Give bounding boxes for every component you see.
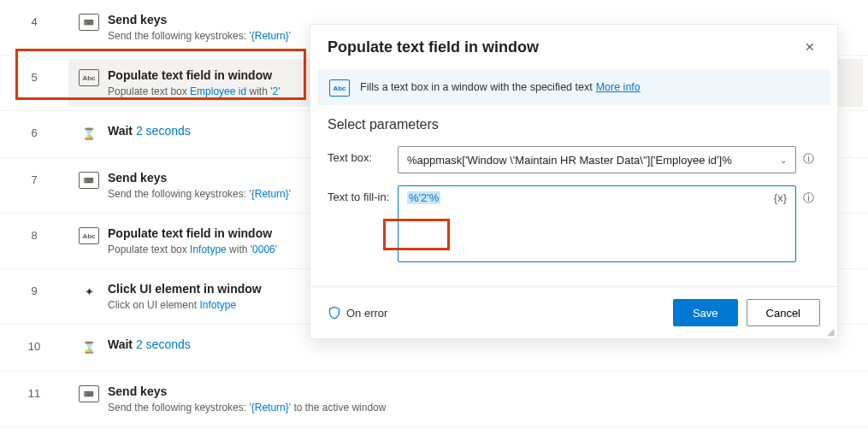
section-title: Select parameters (328, 117, 820, 132)
step-icon: ⌛ (79, 338, 99, 355)
resize-handle-icon[interactable]: ◢ (827, 328, 836, 337)
abc-icon: Abc (329, 79, 350, 97)
cancel-button[interactable]: Cancel (747, 299, 820, 326)
step-number: 4 (0, 0, 68, 28)
step-icon: Abc (79, 227, 99, 244)
dialog-footer: On error Save Cancel (310, 286, 837, 338)
textbox-selector-value: %appmask['Window \'Maintain HR Master Da… (407, 154, 775, 167)
step-number: 11 (0, 372, 68, 400)
on-error-button[interactable]: On error (328, 306, 664, 320)
action-properties-dialog: Populate text field in window ✕ Abc Fill… (310, 24, 838, 339)
step-number: 8 (0, 214, 68, 242)
dialog-title: Populate text field in window (328, 38, 539, 56)
close-icon[interactable]: ✕ (800, 37, 820, 57)
step-title: Send keys (108, 384, 853, 399)
step-icon: ✦ (79, 283, 99, 300)
more-info-link[interactable]: More info (596, 81, 641, 93)
shield-icon (328, 306, 341, 320)
chevron-down-icon: ⌄ (780, 155, 787, 165)
param-text-row: Text to fill-in: %'2'% {x} ⓘ (328, 185, 820, 262)
step-icon: ⌨ (79, 172, 99, 189)
step-number: 5 (0, 56, 68, 84)
variable-picker-icon[interactable]: {x} (774, 191, 787, 204)
step-icon: ⌨ (79, 14, 99, 31)
step-icon: ⌛ (79, 125, 99, 142)
parameters-section: Select parameters Text box: %appmask['Wi… (310, 105, 837, 286)
dialog-header: Populate text field in window ✕ (310, 25, 837, 69)
param-textbox-row: Text box: %appmask['Window \'Maintain HR… (328, 146, 820, 173)
text-to-fill-input[interactable]: %'2'% {x} (398, 185, 796, 262)
flow-step[interactable]: 12AbcPopulate text field in windowPopula… (0, 427, 868, 434)
step-body: AbcPopulate text field in windowPopulate… (68, 431, 863, 434)
param-label-text: Text to fill-in: (328, 185, 398, 203)
step-number: 6 (0, 111, 68, 139)
step-icon: Abc (79, 69, 99, 86)
save-button[interactable]: Save (673, 299, 738, 326)
step-body: ⌨Send keysSend the following keystrokes:… (68, 375, 863, 423)
step-subtitle: Send the following keystrokes: '{Return}… (108, 401, 853, 414)
param-label-textbox: Text box: (328, 146, 398, 164)
textbox-selector-dropdown[interactable]: %appmask['Window \'Maintain HR Master Da… (398, 146, 796, 173)
text-to-fill-value: %'2'% (407, 191, 440, 204)
step-number: 12 (0, 427, 68, 434)
step-number: 7 (0, 158, 68, 186)
info-icon[interactable]: ⓘ (796, 185, 820, 206)
step-number: 9 (0, 269, 68, 297)
info-icon[interactable]: ⓘ (796, 146, 820, 167)
step-number: 10 (0, 325, 68, 353)
step-text: Send keysSend the following keystrokes: … (108, 384, 853, 414)
step-icon: ⌨ (79, 385, 99, 402)
info-banner: Abc Fills a text box in a window with th… (317, 69, 830, 105)
banner-text: Fills a text box in a window with the sp… (360, 81, 593, 93)
flow-step[interactable]: 11⌨Send keysSend the following keystroke… (0, 372, 868, 427)
